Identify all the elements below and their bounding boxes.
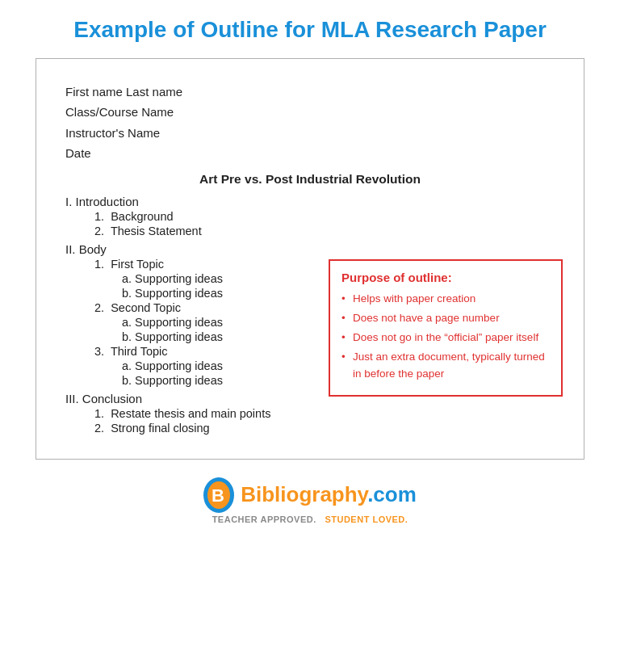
footer: B Bibliography.com TEACHER APPROVED. STU… — [203, 477, 417, 524]
footer-site-name: Bibliography.com — [241, 482, 417, 507]
footer-tagline: TEACHER APPROVED. STUDENT LOVED. — [212, 514, 408, 524]
meta-line3: Instructor's Name — [65, 123, 555, 144]
purpose-item-2: Does not have a page number — [341, 310, 550, 326]
footer-tagline-teacher: TEACHER APPROVED. — [212, 514, 316, 524]
footer-logo-row: B Bibliography.com — [203, 477, 417, 513]
bibliography-logo-icon: B — [203, 477, 234, 513]
intro-item-2: 2. Thesis Statement — [94, 225, 555, 237]
meta-line1: First name Last name — [65, 82, 555, 103]
footer-bibliography-text: Bibliography — [241, 482, 367, 506]
svg-text:B: B — [212, 485, 224, 506]
conclusion-item-2: 2. Strong final closing — [94, 422, 555, 435]
purpose-list: Helps with paper creation Does not have … — [341, 291, 550, 382]
paper-container: First name Last name Class/Course Name I… — [36, 58, 584, 460]
intro-item-1: 1. Background — [94, 210, 555, 223]
purpose-title: Purpose of outline: — [341, 271, 550, 284]
purpose-item-4: Just an extra document, typically turned… — [341, 349, 550, 382]
purpose-box: Purpose of outline: Helps with paper cre… — [329, 259, 563, 397]
meta-line4: Date — [65, 143, 555, 164]
page-title: Example of Outline for MLA Research Pape… — [73, 16, 547, 44]
footer-tagline-student: STUDENT LOVED. — [325, 514, 408, 524]
meta-line2: Class/Course Name — [65, 102, 555, 123]
purpose-item-1: Helps with paper creation — [341, 291, 550, 307]
paper-meta: First name Last name Class/Course Name I… — [65, 82, 555, 164]
outline-body: I. Introduction 1. Background 2. Thesis … — [65, 195, 555, 435]
section-introduction: I. Introduction — [65, 195, 555, 208]
footer-domain-text: .com — [367, 482, 417, 506]
section-body: II. Body — [65, 242, 555, 256]
paper-paper-title: Art Pre vs. Post Industrial Revolution — [65, 172, 555, 187]
purpose-item-3: Does not go in the “official” paper itse… — [341, 330, 550, 346]
conclusion-item-1: 1. Restate thesis and main points — [94, 407, 555, 420]
